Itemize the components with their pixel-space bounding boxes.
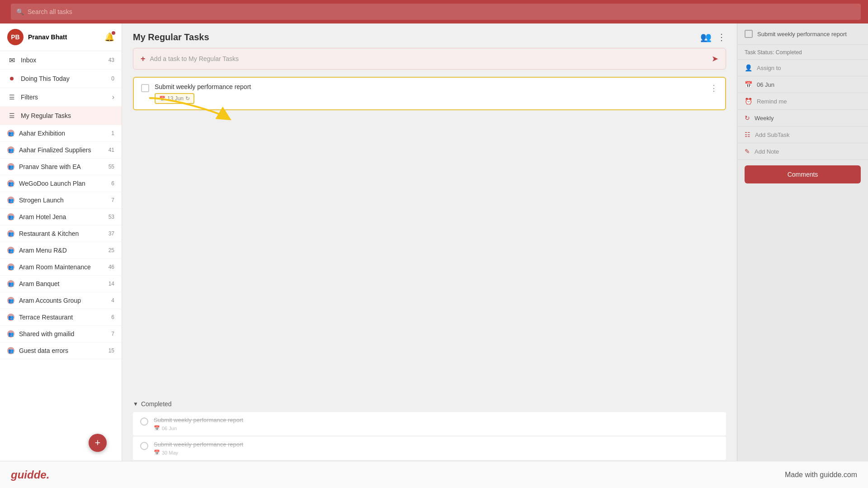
sidebar-item-count: 0	[111, 75, 114, 82]
completed-task-content: Submit weekly performance report 📅 30 Ma…	[154, 441, 243, 455]
sidebar-item-count: 7	[111, 197, 114, 203]
sidebar-item-count: 14	[108, 281, 114, 287]
chevron-down-icon: ▼	[133, 401, 138, 407]
sidebar-item-restaurant-kitchen[interactable]: 👥 Restaurant & Kitchen 37	[0, 225, 122, 242]
bell-icon[interactable]: 🔔	[104, 32, 114, 42]
weekly-label: Weekly	[755, 115, 774, 122]
project-icon: 👥	[7, 180, 14, 187]
add-task-plus-icon: +	[141, 54, 146, 64]
sidebar-username: Pranav Bhatt	[28, 33, 104, 41]
sidebar-item-label: Inbox	[21, 56, 107, 64]
project-icon: 👥	[7, 247, 14, 254]
sidebar-item-guest-data-errors[interactable]: 👥 Guest data errors 15	[0, 343, 122, 359]
assign-to-section[interactable]: 👤 Assign to	[737, 60, 868, 76]
table-row: Submit weekly performance report 📅 13 Ju…	[133, 77, 726, 110]
search-icon: 🔍	[16, 8, 24, 15]
calendar-icon: 📅	[154, 450, 160, 455]
assign-icon: 👤	[745, 64, 752, 71]
note-icon: ✎	[745, 148, 750, 155]
completed-task-date: 📅 30 May	[154, 450, 243, 455]
sidebar-item-count: 37	[108, 230, 114, 237]
content-area: My Regular Tasks 👥 ⋮ + Add a task to My …	[122, 23, 737, 461]
sidebar-item-aram-banquet[interactable]: 👥 Aram Banquet 14	[0, 276, 122, 292]
search-box[interactable]: 🔍	[11, 4, 861, 20]
completed-date-value: 30 May	[162, 450, 178, 455]
completed-checkbox[interactable]	[140, 442, 148, 450]
task-more-icon[interactable]: ⋮	[710, 83, 718, 93]
table-row: Submit weekly performance report 📅 30 Ma…	[133, 436, 726, 460]
project-icon: 👥	[7, 130, 14, 137]
header-icons: 👥 ⋮	[700, 32, 726, 42]
completed-section: ▼ Completed Submit weekly performance re…	[122, 396, 737, 461]
task-date-badge[interactable]: 📅 13 Jun ↻	[155, 93, 194, 104]
sidebar-item-count: 15	[108, 347, 114, 354]
sidebar-item-count: 46	[108, 264, 114, 270]
sidebar-item-label: My Regular Tasks	[21, 112, 114, 119]
project-icon: 👥	[7, 280, 14, 287]
right-panel-title: Submit weekly performance report	[737, 23, 868, 45]
task-checkbox[interactable]	[141, 84, 149, 92]
completed-header[interactable]: ▼ Completed	[133, 396, 726, 412]
sidebar-item-my-regular-tasks[interactable]: ☰ My Regular Tasks	[0, 107, 122, 125]
add-subtask-section[interactable]: ☷ Add SubTask	[737, 127, 868, 143]
sidebar-item-aram-hotel-jena[interactable]: 👥 Aram Hotel Jena 53	[0, 209, 122, 225]
sidebar-item-label: Guest data errors	[19, 347, 107, 354]
sidebar-item-count: 6	[111, 180, 114, 187]
project-icon: 👥	[7, 197, 14, 204]
add-note-section[interactable]: ✎ Add Note	[737, 143, 868, 160]
sidebar-item-pranav-share-ea[interactable]: 👥 Pranav Share with EA 55	[0, 159, 122, 175]
comments-button[interactable]: Comments	[745, 165, 861, 183]
project-icon: 👥	[7, 146, 14, 154]
sidebar-user: PB Pranav Bhatt 🔔	[0, 23, 122, 51]
date-section[interactable]: 📅 06 Jun	[737, 76, 868, 93]
inbox-icon: ✉	[7, 56, 16, 65]
people-icon[interactable]: 👥	[700, 32, 712, 42]
bottom-bar: guidde. Made with guidde.com	[0, 461, 868, 488]
sidebar-item-wegodoo-launch-plan[interactable]: 👥 WeGoDoo Launch Plan 6	[0, 175, 122, 192]
sidebar-item-count: 41	[108, 147, 114, 153]
sidebar-item-count: 7	[111, 331, 114, 337]
more-options-icon[interactable]: ⋮	[717, 32, 726, 42]
right-task-checkbox[interactable]	[745, 30, 753, 38]
sidebar: PB Pranav Bhatt 🔔 ✉ Inbox 43	[0, 23, 122, 461]
weekly-section[interactable]: ↻ Weekly	[737, 110, 868, 127]
send-icon: ➤	[712, 54, 718, 64]
project-icon: 👥	[7, 314, 14, 321]
project-icon: 👥	[7, 297, 14, 304]
sidebar-item-label: Aram Banquet	[19, 280, 107, 287]
right-task-title: Submit weekly performance report	[757, 31, 847, 38]
sidebar-item-aahar-exhibition[interactable]: 👥 Aahar Exhibition 1	[0, 125, 122, 142]
sidebar-item-label: WeGoDoo Launch Plan	[19, 180, 109, 187]
filter-icon: ☰	[7, 93, 16, 102]
search-input[interactable]	[28, 8, 855, 15]
sidebar-item-shared-gmailid[interactable]: 👥 Shared with gmailid 7	[0, 326, 122, 343]
calendar-icon: 📅	[154, 425, 160, 431]
right-panel: Submit weekly performance report Task St…	[737, 23, 868, 461]
project-icon: 👥	[7, 163, 14, 170]
fab-button[interactable]: +	[89, 434, 107, 452]
sidebar-item-count: 55	[108, 164, 114, 170]
sidebar-item-aahar-finalized-suppliers[interactable]: 👥 Aahar Finalized Suppliers 41	[0, 142, 122, 159]
task-status-label: Task Status: Completed	[745, 49, 802, 56]
sidebar-item-label: Filters	[21, 94, 112, 101]
task-list: Submit weekly performance report 📅 13 Ju…	[122, 77, 737, 396]
task-meta: 📅 13 Jun ↻	[155, 93, 710, 104]
task-title: Submit weekly performance report	[155, 83, 710, 90]
recurring-icon: ↻	[185, 95, 190, 102]
calendar-icon: 📅	[745, 81, 752, 88]
sidebar-item-label: Aram Accounts Group	[19, 297, 109, 304]
sidebar-item-inbox[interactable]: ✉ Inbox 43	[0, 51, 122, 70]
completed-checkbox[interactable]	[140, 418, 148, 426]
sidebar-item-doing-this-today[interactable]: Doing This Today 0	[0, 70, 122, 88]
sidebar-item-label: Aahar Exhibition	[19, 130, 109, 137]
sidebar-item-aram-accounts-group[interactable]: 👥 Aram Accounts Group 4	[0, 292, 122, 309]
remind-section[interactable]: ⏰ Remind me	[737, 93, 868, 110]
sidebar-item-aram-menu-rd[interactable]: 👥 Aram Menu R&D 25	[0, 242, 122, 259]
sidebar-item-count: 4	[111, 297, 114, 304]
sidebar-item-filters[interactable]: ☰ Filters ›	[0, 88, 122, 107]
add-task-bar[interactable]: + Add a task to My Regular Tasks ➤	[133, 48, 726, 70]
sidebar-item-terrace-restaurant[interactable]: 👥 Terrace Restaurant 6	[0, 309, 122, 326]
sidebar-item-aram-room-maintenance[interactable]: 👥 Aram Room Maintenance 46	[0, 259, 122, 276]
add-subtask-label: Add SubTask	[755, 131, 790, 138]
sidebar-item-strogen-launch[interactable]: 👥 Strogen Launch 7	[0, 192, 122, 209]
